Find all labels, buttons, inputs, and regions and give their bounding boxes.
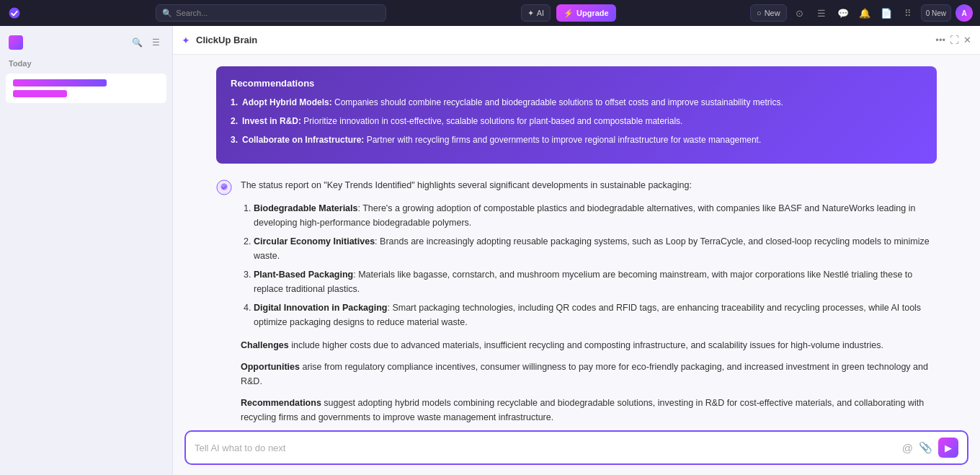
workspace-icon	[9, 35, 23, 50]
grid-icon[interactable]: ⠿	[899, 4, 917, 22]
sidebar-toggle-button[interactable]: ☰	[148, 35, 164, 50]
sidebar-header: 🔍 ☰	[6, 32, 166, 56]
ai-point-3: Plant-Based Packaging: Materials like ba…	[254, 267, 937, 296]
ai-points-list: Biodegradable Materials: There's a growi…	[241, 201, 937, 329]
ai-point-1: Biodegradable Materials: There's a growi…	[254, 201, 937, 230]
avatar[interactable]: A	[956, 4, 973, 22]
main-area: 🔍 ☰ Today ✦ ClickUp Brain ••• ⛶ ✕ Recom	[0, 26, 980, 475]
chat-input-box: @ 📎 ▶	[184, 430, 968, 465]
send-button[interactable]: ▶	[938, 438, 958, 458]
ai-badge[interactable]: ✦ AI	[521, 4, 551, 22]
new-icon: ○	[757, 9, 762, 17]
ai-point-bold-1: Biodegradable Materials	[254, 203, 358, 213]
chat-content: Recommendations Adopt Hybrid Models: Com…	[173, 55, 980, 423]
recommendation-box: Recommendations Adopt Hybrid Models: Com…	[216, 66, 937, 164]
today-label: Today	[6, 56, 166, 71]
upgrade-icon: ⚡	[564, 9, 574, 18]
chat-header: ✦ ClickUp Brain ••• ⛶ ✕	[173, 26, 980, 55]
expand-icon[interactable]: ⛶	[950, 35, 959, 45]
rec-item-1: Adopt Hybrid Models: Companies should co…	[231, 96, 922, 109]
more-options-icon[interactable]: •••	[935, 35, 945, 45]
chat-icon[interactable]: 💬	[834, 4, 852, 22]
bell-icon[interactable]: 🔔	[856, 4, 873, 22]
rec-bold-1: Adopt Hybrid Models:	[242, 97, 332, 107]
brain-icon: ✦	[182, 35, 190, 46]
doc-icon[interactable]: 📄	[878, 4, 895, 22]
close-icon[interactable]: ✕	[963, 35, 971, 45]
challenges-bold: Challenges	[241, 340, 289, 350]
rec-item-3: Collaborate on Infrastructure: Partner w…	[231, 133, 922, 146]
ai-point-2: Circular Economy Initiatives: Brands are…	[254, 234, 937, 263]
mention-button[interactable]: @	[902, 442, 913, 454]
attach-button[interactable]: 📎	[919, 441, 932, 454]
sidebar-task-1[interactable]	[6, 74, 166, 103]
search-icon: 🔍	[162, 9, 172, 18]
ai-response: The status report on "Key Trends Identif…	[216, 178, 937, 423]
search-bar[interactable]: 🔍 Search...	[156, 4, 386, 22]
rec-title: Recommendations	[231, 78, 922, 89]
chat-input[interactable]	[195, 443, 896, 453]
notification-badge[interactable]: 0 New	[921, 4, 951, 22]
topbar-actions: ○ New ⊙ ☰ 💬 🔔 📄 ⠿ 0 New A	[750, 4, 973, 22]
ai-point-bold-4: Digital Innovation in Packaging	[254, 303, 387, 313]
sidebar: 🔍 ☰ Today	[0, 26, 173, 475]
rec-bold-2: Invest in R&D:	[242, 116, 301, 126]
ai-text-block: The status report on "Key Trends Identif…	[241, 178, 937, 423]
new-label: New	[765, 9, 780, 17]
ai-point-4: Digital Innovation in Packaging: Smart p…	[254, 301, 937, 329]
logo-icon[interactable]	[7, 6, 22, 20]
recommendations-paragraph: Recommendations suggest adopting hybrid …	[241, 396, 937, 423]
chat-title: ClickUp Brain	[196, 35, 930, 45]
ai-icon: ✦	[527, 9, 534, 18]
ai-avatar-icon	[216, 179, 233, 197]
ai-point-bold-2: Circular Economy Initiatives	[254, 236, 375, 247]
ai-label: AI	[537, 9, 544, 17]
topbar: 🔍 Search... ✦ AI ⚡ Upgrade ○ New ⊙ ☰ 💬 🔔…	[0, 0, 980, 26]
task-bar-1	[13, 79, 107, 86]
opportunities-paragraph: Opportunities arise from regulatory comp…	[241, 360, 937, 389]
svg-point-0	[9, 8, 20, 19]
chat-input-area: @ 📎 ▶	[173, 423, 980, 475]
upgrade-label: Upgrade	[576, 9, 609, 17]
rec-list: Adopt Hybrid Models: Companies should co…	[231, 96, 922, 146]
rec-bold-3: Collaborate on Infrastructure:	[242, 135, 364, 145]
upgrade-button[interactable]: ⚡ Upgrade	[556, 4, 616, 22]
rec-item-2: Invest in R&D: Prioritize innovation in …	[231, 115, 922, 128]
new-button[interactable]: ○ New	[750, 4, 787, 22]
list-icon[interactable]: ☰	[813, 4, 830, 22]
recommendations-bold: Recommendations	[241, 398, 321, 408]
workspace-selector[interactable]	[9, 35, 27, 50]
sidebar-actions: 🔍 ☰	[129, 35, 164, 50]
notif-label: 0 New	[926, 9, 946, 17]
challenges-paragraph: Challenges include higher costs due to a…	[241, 338, 937, 352]
ai-summary: The status report on "Key Trends Identif…	[241, 178, 937, 192]
send-icon: ▶	[945, 443, 952, 453]
home-icon[interactable]: ⊙	[791, 4, 808, 22]
ai-point-bold-3: Plant-Based Packaging	[254, 270, 353, 280]
opportunities-bold: Opportunities	[241, 362, 300, 372]
chat-header-actions: ••• ⛶ ✕	[935, 35, 971, 45]
search-button[interactable]: 🔍	[129, 35, 145, 50]
chat-panel: ✦ ClickUp Brain ••• ⛶ ✕ Recommendations …	[173, 26, 980, 475]
search-placeholder: Search...	[176, 9, 208, 17]
task-bar-2	[13, 90, 67, 97]
avatar-label: A	[961, 9, 966, 17]
